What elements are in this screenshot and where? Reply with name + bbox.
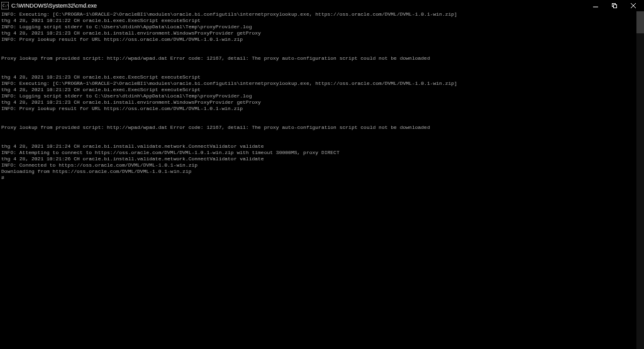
scrollbar-thumb[interactable] xyxy=(636,11,644,33)
titlebar: C:\ C:\WINDOWS\System32\cmd.exe xyxy=(0,0,644,11)
close-button[interactable] xyxy=(624,0,643,11)
terminal-line: INFO: Logging script stderr to C:\Users\… xyxy=(1,93,643,99)
terminal-line: thg 4 28, 2021 10:21:23 CH oracle.bi.exe… xyxy=(1,74,643,80)
terminal-line xyxy=(1,68,643,74)
terminal-line: thg 4 28, 2021 10:21:23 CH oracle.bi.exe… xyxy=(1,87,643,93)
window-title: C:\WINDOWS\System32\cmd.exe xyxy=(11,3,97,9)
window-controls xyxy=(586,0,643,11)
terminal-line xyxy=(1,62,643,68)
svg-rect-4 xyxy=(614,5,617,8)
terminal-line: thg 4 28, 2021 10:21:22 CH oracle.bi.exe… xyxy=(1,18,643,24)
minimize-button[interactable] xyxy=(586,0,605,11)
terminal-line: thg 4 28, 2021 10:21:24 CH oracle.bi.ins… xyxy=(1,143,643,150)
svg-text:C:\: C:\ xyxy=(3,3,9,8)
terminal-line: INFO: Proxy lookup result for URL https:… xyxy=(1,106,643,112)
terminal-line xyxy=(1,112,643,118)
terminal-line: Downloading from https://oss.oracle.com/… xyxy=(1,169,643,175)
terminal-line xyxy=(1,118,643,125)
terminal-line: INFO: Attempting to connect to https://o… xyxy=(1,150,643,156)
terminal-line xyxy=(1,131,643,137)
terminal-line: Proxy lookup from provided script: http:… xyxy=(1,55,643,62)
terminal-line xyxy=(1,137,643,143)
terminal-line: # xyxy=(1,175,643,181)
terminal-line: INFO: Logging script stderr to C:\Users\… xyxy=(1,24,643,30)
maximize-button[interactable] xyxy=(605,0,624,11)
terminal-line: INFO: Connected to https://oss.oracle.co… xyxy=(1,162,643,169)
cmd-icon: C:\ xyxy=(1,2,9,9)
terminal-line: INFO: Proxy lookup result for URL https:… xyxy=(1,36,643,43)
terminal-line: INFO: Executing: [C:\PROGRA~1\ORACLE~2\O… xyxy=(1,80,643,87)
terminal-line xyxy=(1,43,643,49)
terminal-line: INFO: Executing: [C:\PROGRA~1\ORACLE~2\O… xyxy=(1,11,643,18)
terminal-line: thg 4 28, 2021 10:21:26 CH oracle.bi.ins… xyxy=(1,156,643,162)
terminal-output: INFO: Executing: [C:\PROGRA~1\ORACLE~2\O… xyxy=(0,11,644,349)
terminal-line: thg 4 28, 2021 10:21:23 CH oracle.bi.ins… xyxy=(1,99,643,106)
terminal-line xyxy=(1,49,643,55)
vertical-scrollbar[interactable] xyxy=(636,11,644,349)
terminal-line: Proxy lookup from provided script: http:… xyxy=(1,125,643,131)
terminal-line: thg 4 28, 2021 10:21:23 CH oracle.bi.ins… xyxy=(1,30,643,36)
